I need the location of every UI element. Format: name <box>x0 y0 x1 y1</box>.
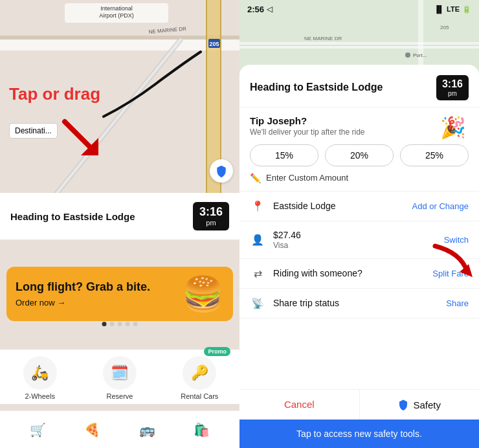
cancel-button[interactable]: Cancel <box>240 390 360 420</box>
destination-pin: Destinati... <box>9 123 58 139</box>
svg-text:Airport (PDX): Airport (PDX) <box>99 12 134 19</box>
more-icon-4: 🛍️ <box>194 422 210 438</box>
tip-buttons: 15% 20% 25% <box>250 144 469 166</box>
left-panel: 205 International Airport (PDX) NE MARIN… <box>0 0 240 448</box>
heading-title: Heading to Eastside Lodge <box>10 211 135 222</box>
tip-20-button[interactable]: 20% <box>325 144 394 166</box>
tap-or-drag-label: Tap or drag <box>9 84 100 104</box>
more-item-4[interactable]: 🛍️ <box>194 422 210 438</box>
dot-4 <box>126 322 130 326</box>
location-row[interactable]: 📍 Eastside Lodge Add or Change <box>240 192 479 221</box>
tip-subtitle: We'll deliver your tip after the ride <box>250 128 364 137</box>
rental-cars-label: Rental Cars <box>181 392 218 400</box>
person-icon: 👤 <box>250 234 265 246</box>
shield-button[interactable] <box>210 159 233 183</box>
svg-rect-1 <box>0 39 240 50</box>
custom-amount-label: Enter Custom Amount <box>266 173 348 183</box>
two-wheels-label: 2-Wheels <box>25 392 54 400</box>
share-action[interactable]: Share <box>446 298 469 308</box>
location-action[interactable]: Add or Change <box>412 201 469 211</box>
carousel-dots <box>102 322 138 326</box>
promo-badge: Promo <box>204 347 230 356</box>
dot-1 <box>102 322 107 326</box>
right-panel: 205 NE MARINE DR Port... 2:56 ◁ ▐▌ LTE 🔋… <box>240 0 479 448</box>
split-main: Riding with someone? <box>273 268 432 278</box>
safety-button[interactable]: Safety <box>360 390 480 420</box>
more-item-2[interactable]: 🍕 <box>84 422 100 438</box>
promo-image: 🍔 <box>182 277 224 311</box>
reserve-icon: 🗓️ <box>103 356 137 390</box>
two-wheels-icon: 🛵 <box>23 356 57 390</box>
tip-title: Tip Joseph? <box>250 115 364 126</box>
lte-label: LTE <box>447 5 460 13</box>
more-item-3[interactable]: 🚌 <box>139 422 155 438</box>
bottom-more-row: 🛒 🍕 🚌 🛍️ <box>0 410 240 448</box>
share-main: Share trip status <box>273 298 446 308</box>
split-icon: ⇄ <box>250 267 265 280</box>
sheet-time-badge: 3:16 pm <box>436 75 469 100</box>
status-icons: ▐▌ LTE 🔋 <box>434 5 471 14</box>
tip-emoji: 🎉 <box>440 115 466 140</box>
dot-3 <box>118 322 122 326</box>
payment-sub: Visa <box>273 241 444 250</box>
pencil-icon: ✏️ <box>250 173 261 183</box>
safety-blue-bar[interactable]: Tap to access new safety tools. <box>240 420 479 448</box>
signal-icon: ▐▌ <box>434 5 444 13</box>
bottom-actions: Cancel Safety <box>240 389 479 420</box>
time-badge: 3:16 pm <box>193 202 229 230</box>
dot-2 <box>110 322 115 326</box>
sheet-title: Heading to Eastside Lodge <box>250 82 383 93</box>
service-reserve[interactable]: 🗓️ Reserve <box>80 356 159 400</box>
promo-title: Long flight? Grab a bite. <box>16 280 150 295</box>
reserve-label: Reserve <box>107 392 133 400</box>
tip-25-button[interactable]: 25% <box>400 144 469 166</box>
svg-text:International: International <box>100 5 133 12</box>
battery-icon: 🔋 <box>462 5 471 14</box>
dot-5 <box>133 322 138 326</box>
heading-bar: Heading to Eastside Lodge 3:16 pm <box>0 193 240 240</box>
safety-shield-icon <box>397 399 409 410</box>
service-rental-cars[interactable]: Promo 🔑 Rental Cars <box>160 356 240 400</box>
more-icon-2: 🍕 <box>84 422 100 438</box>
rental-cars-icon: 🔑 <box>183 356 216 390</box>
sheet-header: Heading to Eastside Lodge 3:16 pm <box>240 65 479 107</box>
svg-text:205: 205 <box>209 41 219 47</box>
tip-section: Tip Joseph? We'll deliver your tip after… <box>240 107 479 192</box>
promo-banner[interactable]: Long flight? Grab a bite. Order now → 🍔 <box>6 267 233 321</box>
svg-point-21 <box>405 52 410 58</box>
share-icon: 📡 <box>250 297 265 309</box>
more-icon-3: 🚌 <box>139 422 155 438</box>
service-two-wheels[interactable]: 🛵 2-Wheels <box>0 356 80 400</box>
svg-text:NE MARINE DR: NE MARINE DR <box>304 36 342 41</box>
svg-text:205: 205 <box>440 25 449 30</box>
svg-text:Port...: Port... <box>413 52 427 58</box>
drag-arrow <box>52 109 104 163</box>
payment-amount: $27.46 <box>273 230 444 240</box>
right-red-arrow <box>429 240 474 281</box>
share-trip-row[interactable]: 📡 Share trip status Share <box>240 289 479 319</box>
location-icon: 📍 <box>250 200 265 212</box>
tip-15-button[interactable]: 15% <box>250 144 318 166</box>
location-main: Eastside Lodge <box>273 201 412 211</box>
safety-label: Safety <box>413 399 441 410</box>
location-icon: ◁ <box>267 5 273 14</box>
services-row: 🛵 2-Wheels 🗓️ Reserve Promo 🔑 Rental Car… <box>0 350 240 404</box>
svg-rect-2 <box>0 36 240 39</box>
promo-link[interactable]: Order now → <box>16 298 150 308</box>
more-item-1[interactable]: 🛒 <box>30 422 46 438</box>
status-time: 2:56 <box>247 5 264 14</box>
custom-amount[interactable]: ✏️ Enter Custom Amount <box>250 173 469 183</box>
status-bar: 2:56 ◁ ▐▌ LTE 🔋 <box>240 0 479 18</box>
more-icon-1: 🛒 <box>30 422 46 438</box>
